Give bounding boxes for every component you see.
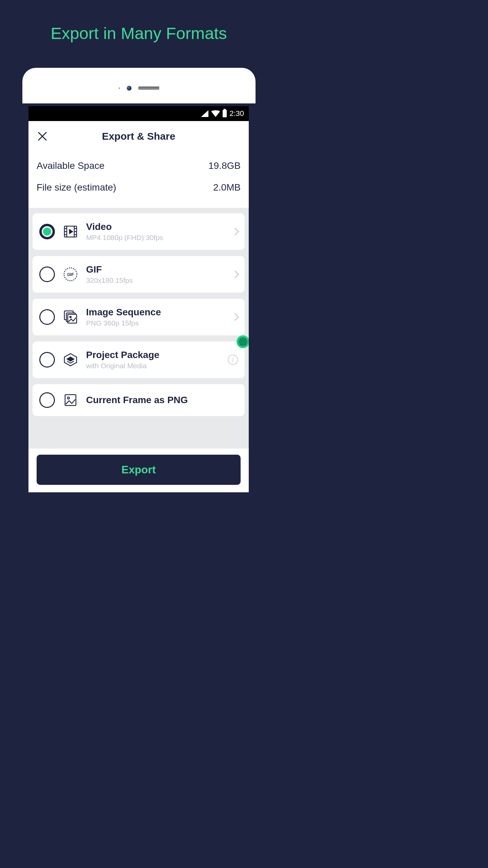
app-bar: Export & Share <box>28 121 249 152</box>
footer: Export <box>28 449 249 492</box>
gif-icon: GIF <box>63 267 78 282</box>
device-sensor-dot <box>119 87 120 89</box>
battery-icon <box>223 110 227 117</box>
chevron-right-icon[interactable] <box>231 228 239 236</box>
app-screen: 2:30 Export & Share Available Space 19.8… <box>28 106 249 492</box>
option-title: Current Frame as PNG <box>86 395 238 406</box>
close-icon[interactable] <box>37 131 48 142</box>
promo-heading: Export in Many Formats <box>0 0 278 43</box>
info-icon[interactable]: i <box>228 355 238 365</box>
signal-icon <box>201 110 208 117</box>
info-block: Available Space 19.8GB File size (estima… <box>28 152 249 208</box>
available-space-label: Available Space <box>37 160 104 171</box>
option-subtitle: 320x180 15fps <box>86 276 224 284</box>
export-button[interactable]: Export <box>37 455 241 485</box>
option-current-frame[interactable]: Current Frame as PNG <box>33 384 245 416</box>
device-camera <box>127 86 131 91</box>
status-bar: 2:30 <box>28 106 249 121</box>
file-size-label: File size (estimate) <box>37 182 116 193</box>
option-title: Video <box>86 221 224 232</box>
radio-gif[interactable] <box>39 267 55 282</box>
image-sequence-icon <box>63 310 78 324</box>
option-title: Image Sequence <box>86 307 224 318</box>
svg-marker-3 <box>69 230 73 234</box>
package-icon <box>63 352 78 367</box>
file-size-value: 2.0MB <box>213 182 241 193</box>
image-icon <box>63 393 78 408</box>
status-time: 2:30 <box>229 109 244 118</box>
radio-project-package[interactable] <box>39 352 55 368</box>
available-space-value: 19.8GB <box>208 160 241 171</box>
option-subtitle: with Original Media <box>86 362 220 370</box>
export-options-list[interactable]: Video MP4 1080p (FHD) 30fps GIF GIF 320x… <box>28 208 249 449</box>
svg-text:GIF: GIF <box>67 272 74 277</box>
screen-title: Export & Share <box>28 131 249 142</box>
option-gif[interactable]: GIF GIF 320x180 15fps <box>33 256 245 293</box>
svg-point-15 <box>70 316 71 318</box>
svg-point-19 <box>67 397 69 399</box>
option-image-sequence[interactable]: Image Sequence PNG 360p 15fps <box>33 299 245 335</box>
option-title: GIF <box>86 264 224 275</box>
file-size-row: File size (estimate) 2.0MB <box>37 177 241 198</box>
premium-badge-icon <box>237 335 249 348</box>
available-space-row: Available Space 19.8GB <box>37 155 241 177</box>
chevron-right-icon[interactable] <box>231 271 239 278</box>
option-subtitle: PNG 360p 15fps <box>86 319 224 327</box>
radio-current-frame[interactable] <box>39 392 55 408</box>
radio-video[interactable] <box>39 224 55 239</box>
svg-marker-17 <box>67 357 74 361</box>
device-frame <box>22 68 256 103</box>
option-video[interactable]: Video MP4 1080p (FHD) 30fps <box>33 213 245 250</box>
video-icon <box>63 224 78 239</box>
radio-image-sequence[interactable] <box>39 309 55 325</box>
option-project-package[interactable]: Project Package with Original Media i <box>33 341 245 378</box>
option-title: Project Package <box>86 350 220 360</box>
option-subtitle: MP4 1080p (FHD) 30fps <box>86 234 224 242</box>
wifi-icon <box>211 110 220 117</box>
chevron-right-icon[interactable] <box>231 313 239 321</box>
device-speaker <box>138 86 159 90</box>
